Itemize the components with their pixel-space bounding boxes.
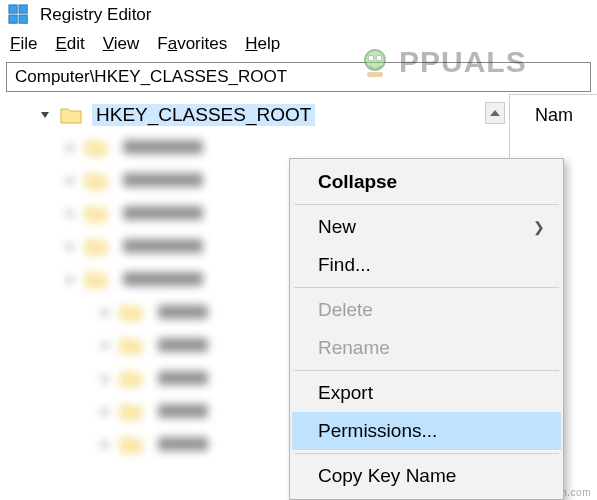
menubar: File Edit View Favorites Help	[0, 32, 597, 60]
context-menu: Collapse New ❯ Find... Delete Rename Exp…	[289, 158, 564, 500]
folder-icon	[120, 435, 142, 453]
tree-item-hkey-classes-root[interactable]: HKEY_CLASSES_ROOT	[0, 100, 509, 130]
tree-item-label-blurred	[158, 305, 208, 319]
expand-chevron-icon[interactable]: ▸	[65, 239, 77, 253]
folder-icon	[120, 303, 142, 321]
expand-chevron-icon[interactable]: ▸	[65, 206, 77, 220]
context-menu-permissions[interactable]: Permissions...	[292, 412, 561, 450]
folder-icon	[85, 138, 107, 156]
menu-edit[interactable]: Edit	[55, 34, 84, 54]
tree-item-label-blurred	[158, 371, 208, 385]
context-menu-new[interactable]: New ❯	[292, 208, 561, 246]
expand-chevron-icon[interactable]: ▸	[100, 371, 112, 385]
context-menu-collapse[interactable]: Collapse	[292, 163, 561, 201]
regedit-app-icon	[8, 4, 30, 26]
folder-icon	[85, 171, 107, 189]
expand-chevron-icon[interactable]: ▸	[65, 140, 77, 154]
tree-item-label-blurred	[123, 239, 203, 253]
expand-chevron-icon[interactable]: ▸	[65, 272, 77, 286]
folder-icon	[85, 237, 107, 255]
collapse-chevron-icon[interactable]	[38, 108, 52, 122]
expand-chevron-icon[interactable]: ▸	[100, 404, 112, 418]
expand-chevron-icon[interactable]: ▸	[100, 437, 112, 451]
context-menu-copy-key-name[interactable]: Copy Key Name	[292, 457, 561, 495]
folder-icon	[120, 336, 142, 354]
tree-item-label-blurred	[123, 140, 203, 154]
context-menu-find[interactable]: Find...	[292, 246, 561, 284]
context-menu-delete: Delete	[292, 291, 561, 329]
menu-separator	[294, 204, 559, 205]
folder-icon	[120, 369, 142, 387]
context-menu-export[interactable]: Export	[292, 374, 561, 412]
menu-favorites[interactable]: Favorites	[157, 34, 227, 54]
address-bar[interactable]: Computer\HKEY_CLASSES_ROOT	[6, 62, 591, 92]
svg-rect-2	[9, 15, 17, 23]
context-menu-new-label: New	[318, 216, 356, 237]
svg-rect-3	[19, 15, 27, 23]
column-header-name[interactable]: Nam	[535, 105, 573, 126]
menu-separator	[294, 287, 559, 288]
tree-item-label-blurred	[123, 272, 203, 286]
expand-chevron-icon[interactable]: ▸	[100, 305, 112, 319]
folder-icon	[85, 204, 107, 222]
svg-rect-1	[19, 5, 27, 13]
address-path: Computer\HKEY_CLASSES_ROOT	[15, 67, 287, 87]
context-menu-rename: Rename	[292, 329, 561, 367]
submenu-arrow-icon: ❯	[533, 219, 545, 235]
menu-separator	[294, 453, 559, 454]
tree-item-label-blurred	[123, 206, 203, 220]
folder-icon	[120, 402, 142, 420]
svg-rect-0	[9, 5, 17, 13]
tree-item-label-blurred	[123, 173, 203, 187]
expand-chevron-icon[interactable]: ▸	[65, 173, 77, 187]
tree-item-label-blurred	[158, 404, 208, 418]
tree-item-label-blurred	[158, 338, 208, 352]
menu-separator	[294, 370, 559, 371]
scroll-up-button[interactable]	[485, 102, 505, 124]
tree-item-label-blurred	[158, 437, 208, 451]
menu-file[interactable]: File	[10, 34, 37, 54]
expand-chevron-icon[interactable]: ▸	[100, 338, 112, 352]
folder-icon	[85, 270, 107, 288]
window-title: Registry Editor	[40, 5, 151, 25]
tree-item-label: HKEY_CLASSES_ROOT	[92, 104, 315, 126]
menu-help[interactable]: Help	[245, 34, 280, 54]
menu-view[interactable]: View	[103, 34, 140, 54]
folder-icon	[60, 106, 82, 124]
titlebar: Registry Editor	[0, 0, 597, 32]
